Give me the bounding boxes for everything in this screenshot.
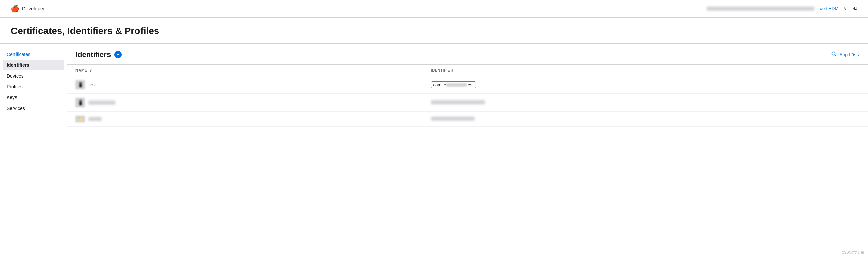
developer-label: Developer xyxy=(22,6,45,11)
svg-line-1 xyxy=(835,55,836,56)
search-button[interactable] xyxy=(831,51,837,58)
apple-logo-icon: 🍎 xyxy=(11,5,19,13)
nav-brand: 🍎 Developer xyxy=(11,5,45,13)
row-folder-icon: 📁 xyxy=(75,116,85,122)
row-name-container: 📁 xyxy=(75,116,415,122)
content-header: Identifiers + App IDs ∨ xyxy=(67,44,868,65)
table-row[interactable]: 📁 xyxy=(67,112,868,127)
sort-arrow-icon: ∨ xyxy=(89,68,92,72)
account-chevron: ∨ xyxy=(844,6,847,11)
column-header-name[interactable]: NAME ∨ xyxy=(67,65,423,76)
row-name-cell: 📁 xyxy=(67,112,423,127)
row-name-blurred xyxy=(88,101,115,105)
table-row[interactable]: 📱 test com.tetest xyxy=(67,76,868,94)
filter-label: App IDs xyxy=(839,52,856,57)
table-header: NAME ∨ IDENTIFIER xyxy=(67,65,868,76)
row-app-icon: 📱 xyxy=(75,98,85,107)
row-identifier-cell xyxy=(423,112,868,127)
row-app-icon: 📱 xyxy=(75,80,85,89)
sidebar-item-devices[interactable]: Devices xyxy=(0,70,67,81)
sidebar-item-keys[interactable]: Keys xyxy=(0,92,67,103)
identifier-value-blurred xyxy=(431,100,485,104)
sidebar-item-certificates[interactable]: Certificates xyxy=(0,49,67,60)
row-name-container: 📱 xyxy=(75,98,415,107)
identifier-value-blurred xyxy=(431,117,475,121)
sidebar-item-identifiers[interactable]: Identifiers xyxy=(3,60,64,70)
filter-dropdown[interactable]: App IDs ∨ xyxy=(839,52,860,57)
identifier-value-highlighted: com.tetest xyxy=(431,81,476,88)
row-identifier-cell xyxy=(423,94,868,112)
row-identifier-cell: com.tetest xyxy=(423,76,868,94)
search-icon xyxy=(831,51,837,57)
watermark: CSDN©艾买布 xyxy=(842,250,864,255)
column-name-label: NAME xyxy=(75,68,87,72)
row-name-cell: 📱 xyxy=(67,94,423,112)
table-wrapper: NAME ∨ IDENTIFIER 📱 t xyxy=(67,65,868,237)
nav-account-area: cert RDM ∨ 4J xyxy=(707,6,857,11)
content-section-title: Identifiers xyxy=(75,50,111,59)
identifiers-table: NAME ∨ IDENTIFIER 📱 t xyxy=(67,65,868,127)
main-layout: Certificates Identifiers Devices Profile… xyxy=(0,44,868,257)
account-id: 4J xyxy=(852,6,857,11)
sidebar-item-services[interactable]: Services xyxy=(0,103,67,114)
account-link[interactable]: cert RDM xyxy=(820,6,838,11)
top-navigation: 🍎 Developer cert RDM ∨ 4J xyxy=(0,0,868,18)
content-title-row: Identifiers + xyxy=(75,50,122,59)
sidebar: Certificates Identifiers Devices Profile… xyxy=(0,44,67,257)
filter-chevron-icon: ∨ xyxy=(857,53,860,57)
row-name-blurred xyxy=(88,117,102,121)
page-header: Certificates, Identifiers & Profiles xyxy=(0,18,868,44)
page-title: Certificates, Identifiers & Profiles xyxy=(11,26,857,36)
identifier-blurred-middle xyxy=(446,83,467,87)
table-row[interactable]: 📱 xyxy=(67,94,868,112)
column-identifier-label: IDENTIFIER xyxy=(431,68,454,72)
row-name-container: 📱 test xyxy=(75,80,415,89)
content-header-actions: App IDs ∨ xyxy=(831,51,860,58)
row-name-text: test xyxy=(88,82,96,87)
row-name-cell: 📱 test xyxy=(67,76,423,94)
add-identifier-button[interactable]: + xyxy=(114,51,122,58)
column-header-identifier: IDENTIFIER xyxy=(423,65,868,76)
content-area: Identifiers + App IDs ∨ xyxy=(67,44,868,257)
sidebar-item-profiles[interactable]: Profiles xyxy=(0,81,67,92)
nav-blurred-info xyxy=(707,7,814,11)
